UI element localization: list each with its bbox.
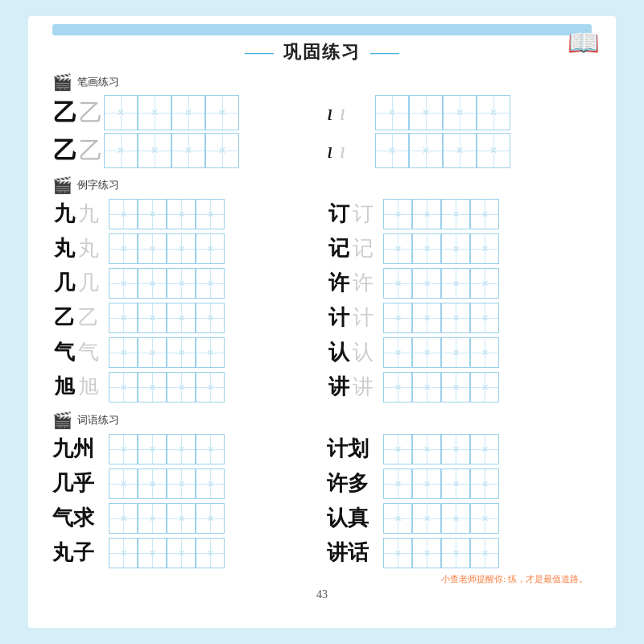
- word-char-2: 几乎: [52, 473, 94, 494]
- word-practice-area: 九州 ✕ ✕ ✕ ✕ 几乎 ✕ ✕ ✕ ✕: [52, 433, 592, 572]
- w-box: ✕: [167, 538, 196, 568]
- char-gray: 订: [351, 204, 375, 225]
- stroke-right-grid-1: ✕ ✕ ✕ ✕: [375, 95, 510, 130]
- w-box: ✕: [138, 503, 167, 534]
- s-box: ✕: [104, 133, 138, 168]
- s-box: ✕: [409, 133, 443, 168]
- char-section-label: 例字练习: [77, 178, 119, 192]
- stroke-row-2: 乙 乙 ✕ ✕ ✕ ✕: [52, 133, 317, 168]
- w-box: ✕: [412, 538, 441, 568]
- char-gray: 认: [351, 342, 375, 363]
- stroke-right-row-1: ı ı ✕ ✕ ✕ ✕: [327, 95, 592, 130]
- char-row-6: 旭 旭 ✕ ✕ ✕ ✕: [52, 371, 317, 403]
- pg-box: ✕: [441, 303, 470, 333]
- book-icon: 📖: [568, 27, 600, 58]
- it-chars-1: ı ı: [327, 100, 375, 126]
- char-black: 记: [327, 238, 351, 259]
- w-box: ✕: [167, 434, 196, 464]
- s-box: ✕: [205, 133, 239, 168]
- char-gray: 几: [76, 273, 101, 294]
- pg-box: ✕: [138, 199, 167, 229]
- pg-box: ✕: [470, 199, 499, 229]
- s-box: ✕: [205, 95, 239, 130]
- stroke-char-gray-1: 乙: [78, 97, 104, 130]
- stroke-right-grid-2: ✕ ✕ ✕ ✕: [375, 133, 510, 168]
- char-right-row-1: 订 订 ✕ ✕ ✕ ✕: [327, 198, 592, 230]
- clapper-icon-3: 🎬: [52, 411, 72, 430]
- char-right-col: 订 订 ✕ ✕ ✕ ✕ 记 记 ✕ ✕ ✕: [327, 198, 592, 406]
- practice-chars: 订 订: [327, 204, 383, 225]
- practice-grid: ✕ ✕ ✕ ✕: [109, 303, 317, 333]
- pg-box: ✕: [196, 199, 225, 229]
- pg-box: ✕: [412, 372, 441, 402]
- w-box: ✕: [196, 434, 225, 464]
- char-left-col: 九 九 ✕ ✕ ✕ ✕ 丸 丸 ✕ ✕ ✕: [52, 198, 317, 406]
- s-box: ✕: [443, 133, 477, 168]
- practice-chars: 计 计: [327, 308, 383, 328]
- pg-box: ✕: [196, 372, 225, 402]
- w-box: ✕: [383, 503, 412, 534]
- left-arrow: ——: [245, 44, 274, 61]
- char-gray: 旭: [76, 377, 101, 398]
- pg-box: ✕: [109, 337, 138, 368]
- practice-grid: ✕ ✕ ✕ ✕: [383, 199, 592, 229]
- practice-grid: ✕ ✕ ✕ ✕: [383, 233, 592, 264]
- word-right-col: 计划 ✕ ✕ ✕ ✕ 许多 ✕ ✕ ✕ ✕: [327, 433, 592, 572]
- stroke-grid-1: ✕ ✕ ✕ ✕: [104, 95, 239, 130]
- title-row: —— 巩固练习 ——: [52, 40, 592, 64]
- char-black: 认: [327, 342, 351, 363]
- word-grid: ✕ ✕ ✕ ✕: [383, 503, 592, 534]
- word-char-4: 丸子: [52, 543, 94, 564]
- char-gray: 计: [351, 308, 375, 328]
- s-box: ✕: [443, 95, 477, 130]
- w-box: ✕: [470, 538, 499, 568]
- pg-box: ✕: [167, 337, 196, 368]
- stroke-char-black-2: 乙: [52, 134, 78, 167]
- stroke-char-black-1: 乙: [52, 97, 78, 130]
- pg-box: ✕: [383, 199, 412, 229]
- w-box: ✕: [109, 503, 138, 534]
- char-black: 九: [52, 204, 76, 225]
- s-box: ✕: [409, 95, 443, 130]
- pg-box: ✕: [167, 233, 196, 264]
- w-box: ✕: [441, 469, 470, 499]
- char-gray: 记: [351, 238, 375, 259]
- word-grid: ✕ ✕ ✕ ✕: [109, 538, 317, 568]
- clapper-icon-1: 🎬: [52, 72, 72, 92]
- pg-box: ✕: [412, 303, 441, 333]
- w-box: ✕: [412, 469, 441, 499]
- stroke-grid-2: ✕ ✕ ✕ ✕: [104, 133, 239, 168]
- practice-grid: ✕ ✕ ✕ ✕: [383, 303, 592, 333]
- char-right-row-6: 讲 讲 ✕ ✕ ✕ ✕: [327, 371, 592, 403]
- top-decoration-bar: [52, 24, 592, 35]
- pg-box: ✕: [167, 372, 196, 402]
- stroke-chars-2: 乙 乙: [52, 134, 104, 167]
- practice-grid: ✕ ✕ ✕ ✕: [109, 337, 317, 368]
- char-practice-area: 九 九 ✕ ✕ ✕ ✕ 丸 丸 ✕ ✕ ✕: [52, 198, 592, 406]
- pg-box: ✕: [470, 372, 499, 402]
- word-grid: ✕ ✕ ✕ ✕: [383, 538, 592, 568]
- footer-note: 小查老师提醒你: 练，才是最值道路。: [52, 573, 592, 585]
- word-row-3: 气求 ✕ ✕ ✕ ✕: [52, 502, 317, 535]
- char-row-3: 几 几 ✕ ✕ ✕ ✕: [52, 267, 317, 299]
- practice-grid: ✕ ✕ ✕ ✕: [109, 268, 317, 299]
- practice-grid: ✕ ✕ ✕ ✕: [383, 372, 592, 402]
- char-right-row-3: 许 许 ✕ ✕ ✕ ✕: [327, 267, 592, 299]
- stroke-chars-1: 乙 乙: [52, 97, 104, 130]
- pg-box: ✕: [441, 268, 470, 299]
- word-section-label: 词语练习: [77, 413, 119, 427]
- word-chars: 讲话: [327, 543, 383, 564]
- pg-box: ✕: [470, 268, 499, 299]
- pg-box: ✕: [138, 372, 167, 402]
- w-box: ✕: [109, 434, 138, 464]
- pg-box: ✕: [138, 233, 167, 264]
- page-title: 巩固练习: [283, 40, 361, 64]
- pg-box: ✕: [138, 303, 167, 333]
- word-section-header: 🎬 词语练习: [52, 411, 592, 430]
- w-box: ✕: [441, 503, 470, 534]
- word-row-1: 九州 ✕ ✕ ✕ ✕: [52, 433, 317, 465]
- stroke-practice-area: 乙 乙 ✕ ✕ ✕ ✕ 乙 乙 ✕ ✕ ✕: [52, 95, 592, 171]
- char-gray: 讲: [351, 377, 375, 398]
- pg-box: ✕: [470, 303, 499, 333]
- char-black: 气: [52, 342, 76, 363]
